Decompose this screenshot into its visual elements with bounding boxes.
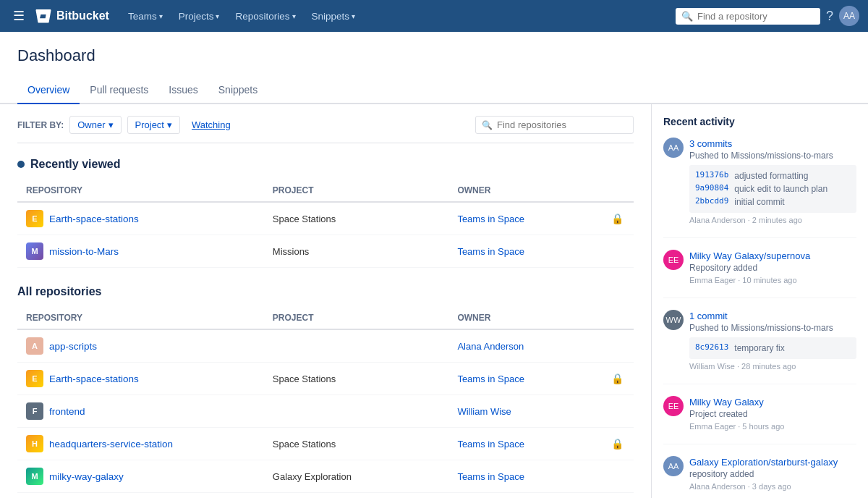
tab-issues[interactable]: Issues [158, 77, 208, 104]
activity-link[interactable]: Milky Way Galaxy/supernova [689, 250, 810, 261]
repo-name-link[interactable]: frontend [49, 406, 85, 417]
repo-project: Galaxy Exploration [264, 460, 449, 493]
lock-icon: 🔒 [611, 373, 624, 384]
activity-link[interactable]: 3 commits [689, 138, 732, 149]
owner-link[interactable]: Alana Anderson [457, 341, 524, 352]
nav-teams[interactable]: Teams ▾ [121, 7, 170, 26]
repo-search[interactable]: 🔍 [475, 116, 634, 134]
all-repos-title: All repositories [17, 285, 634, 298]
activity-item: AA 3 commits Pushed to Missions/missions… [663, 138, 856, 238]
repo-owner: Teams in Space [448, 460, 603, 493]
repo-lock [603, 460, 634, 493]
repo-icon: E [26, 210, 43, 227]
filter-owner-btn[interactable]: Owner ▾ [69, 116, 121, 134]
owner-link[interactable]: Teams in Space [457, 374, 524, 384]
owner-link[interactable]: Teams in Space [457, 214, 524, 224]
activity-link[interactable]: Milky Way Galaxy [689, 397, 764, 408]
repo-name-link[interactable]: Earth-space-stations [49, 374, 139, 384]
repo-project: Missions [264, 235, 449, 268]
repo-name-link[interactable]: mission-to-Mars [49, 246, 119, 257]
help-icon[interactable]: ? [826, 9, 833, 24]
commit-item: 2bbcdd9 initial commit [695, 195, 851, 208]
repo-project [264, 395, 449, 428]
repos-panel: FILTER BY: Owner ▾ Project ▾ Watching 🔍 [0, 104, 651, 498]
filter-project-btn[interactable]: Project ▾ [127, 116, 180, 134]
nav-snippets[interactable]: Snippets ▾ [305, 7, 363, 26]
repo-icon: A [26, 337, 43, 355]
col-header-repo: Repository [17, 180, 264, 202]
col-header-lock [603, 180, 634, 202]
all-repos-section: All repositories Repository Project Owne… [17, 285, 634, 498]
table-row: E Earth-space-stations Space Stations Te… [17, 363, 634, 395]
commit-hash[interactable]: 191376b [695, 169, 728, 182]
commit-item: 191376b adjusted formatting [695, 169, 851, 182]
repo-lock [603, 235, 634, 268]
commit-hash[interactable]: 9a90804 [695, 182, 728, 195]
teams-caret-icon: ▾ [159, 12, 163, 20]
filter-label: FILTER BY: [17, 120, 64, 130]
col-header-owner2: Owner [448, 307, 603, 329]
all-repos-table: Repository Project Owner A app-scripts [17, 307, 634, 498]
tab-bar: Overview Pull requests Issues Snippets [0, 77, 868, 104]
activity-body: 3 commits Pushed to Missions/missions-to… [689, 138, 856, 224]
filter-bar: FILTER BY: Owner ▾ Project ▾ Watching 🔍 [17, 116, 634, 143]
repo-name-link[interactable]: app-scripts [49, 341, 97, 352]
user-avatar[interactable]: AA [839, 6, 859, 26]
lock-icon: 🔒 [611, 213, 624, 224]
repo-project: Space Stations [264, 202, 449, 235]
recently-viewed-table: Repository Project Owner E Earth-space-s… [17, 180, 634, 268]
content-area: Dashboard Overview Pull requests Issues … [0, 32, 868, 498]
owner-link[interactable]: Teams in Space [457, 246, 524, 257]
hamburger-menu[interactable]: ☰ [9, 4, 29, 28]
snippets-caret-icon: ▾ [352, 12, 355, 20]
activity-link[interactable]: 1 commit [689, 311, 728, 321]
repo-name-link[interactable]: milky-way-galaxy [49, 471, 124, 482]
page-title: Dashboard [17, 46, 851, 65]
repo-owner: William Wise [448, 395, 603, 428]
activity-avatar: EE [663, 396, 684, 416]
activity-link[interactable]: Galaxy Exploration/starburst-galaxy [689, 457, 838, 468]
repo-lock: 🔒 [603, 202, 634, 235]
repo-name-link[interactable]: Earth-space-stations [49, 214, 139, 224]
filter-watching-link[interactable]: Watching [186, 117, 237, 133]
owner-caret-icon: ▾ [109, 119, 114, 130]
commit-message: initial commit [734, 195, 784, 208]
repo-project: Space Stations [264, 363, 449, 395]
main-wrapper: Dashboard Overview Pull requests Issues … [0, 32, 868, 498]
activity-avatar: EE [663, 250, 684, 270]
projects-caret-icon: ▾ [216, 12, 219, 20]
repo-search-input[interactable] [497, 119, 627, 130]
repo-name-link[interactable]: headquarters-service-station [49, 439, 173, 450]
table-row: M milky-way-galaxy Galaxy Exploration Te… [17, 460, 634, 493]
activity-body: Milky Way Galaxy/supernova Repository ad… [689, 250, 856, 284]
table-row: E Earth-space-stations Space Stations Te… [17, 202, 634, 235]
repo-owner: Teams in Space [448, 363, 603, 395]
recently-viewed-title: Recently viewed [17, 158, 634, 171]
commit-hash[interactable]: 8c92613 [695, 342, 728, 355]
repo-search-icon: 🔍 [482, 120, 493, 130]
lock-icon: 🔒 [611, 438, 624, 450]
repo-lock [603, 395, 634, 428]
tab-pull-requests[interactable]: Pull requests [80, 77, 158, 104]
logo-text: Bitbucket [56, 9, 109, 22]
global-search[interactable]: 🔍 [676, 8, 820, 25]
activity-desc: Project created [689, 409, 856, 419]
logo[interactable]: Bitbucket [35, 7, 109, 25]
repo-icon: E [26, 370, 43, 387]
activity-panel: Recent activity AA 3 commits Pushed to M… [651, 104, 868, 498]
activity-header: WW 1 commit Pushed to Missions/missions-… [663, 310, 856, 371]
commit-hash[interactable]: 2bbcdd9 [695, 195, 728, 208]
tab-snippets[interactable]: Snippets [208, 77, 268, 104]
search-input[interactable] [697, 11, 814, 22]
commit-message: adjusted formatting [734, 169, 808, 182]
owner-link[interactable]: Teams in Space [457, 439, 524, 450]
owner-link[interactable]: Teams in Space [457, 471, 524, 482]
owner-link[interactable]: William Wise [457, 406, 511, 417]
nav-projects[interactable]: Projects ▾ [171, 7, 227, 26]
activity-title: Recent activity [663, 116, 856, 127]
commit-list: 8c92613 temporary fix [689, 337, 856, 359]
activity-body: Milky Way Galaxy Project created Emma Ea… [689, 396, 856, 431]
tab-overview[interactable]: Overview [17, 77, 80, 104]
nav-repositories[interactable]: Repositories ▾ [228, 7, 302, 26]
repo-project [264, 329, 449, 363]
